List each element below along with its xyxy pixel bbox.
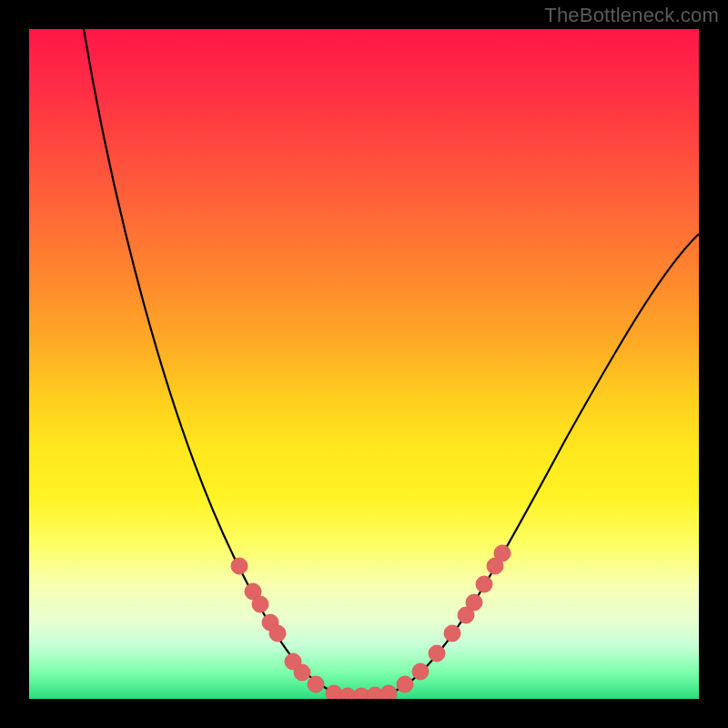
highlight-dot bbox=[412, 663, 429, 680]
plot-area bbox=[29, 29, 699, 699]
highlight-dot bbox=[380, 685, 397, 699]
highlight-dot bbox=[294, 664, 310, 681]
highlight-dots bbox=[231, 545, 511, 699]
highlight-dot bbox=[397, 676, 413, 693]
highlight-dot bbox=[476, 576, 492, 592]
chart-stage: TheBottleneck.com bbox=[0, 0, 728, 728]
bottleneck-curve bbox=[84, 29, 699, 696]
highlight-dot bbox=[269, 625, 286, 642]
highlight-dot bbox=[308, 676, 324, 693]
highlight-dot bbox=[444, 625, 460, 642]
highlight-dot bbox=[252, 596, 268, 612]
curve-overlay bbox=[29, 29, 699, 699]
highlight-dot bbox=[429, 645, 445, 662]
watermark-text: TheBottleneck.com bbox=[544, 4, 719, 27]
highlight-dot bbox=[494, 545, 511, 561]
highlight-dot bbox=[466, 594, 482, 611]
highlight-dot bbox=[231, 558, 248, 574]
